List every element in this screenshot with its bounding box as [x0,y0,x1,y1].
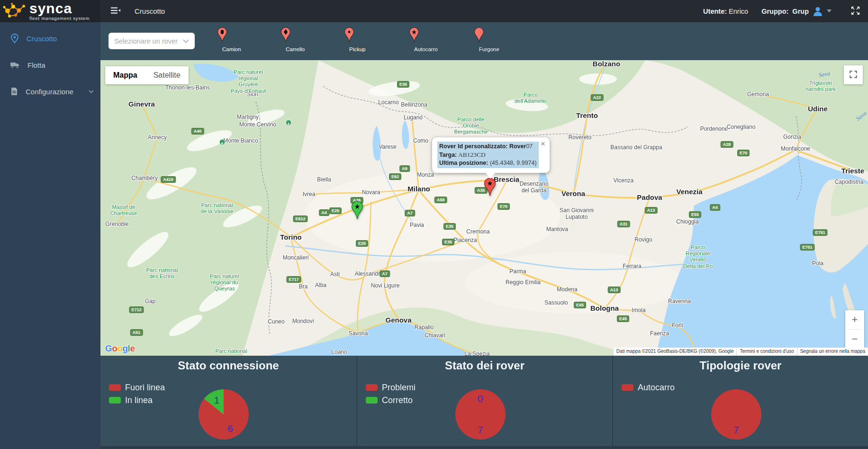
map-water-label: Sava [855,110,868,122]
chart-title: Stato connessione [100,359,356,372]
map-city-label: Sion [247,91,258,98]
road-badge: E35 [442,239,454,245]
chart-legend: Autocarro [622,382,675,395]
google-logo-letter: o [112,343,117,353]
legend-swatch [622,384,633,391]
legend-label: In linea [125,395,153,405]
marker-pin-icon [484,178,496,197]
map-city-label: Piacenza [453,237,477,244]
rover-select-placeholder: Selezionare un rover [114,37,183,45]
map-city-label: Venezia [676,188,702,196]
fullscreen-button[interactable] [850,5,861,18]
group-menu[interactable]: Gruppo: Grup [761,6,832,17]
map-city-label: Chioggia [676,219,698,225]
map-city-label: Trento [576,111,598,119]
map-city-label: Alba [315,282,326,289]
sidebar-item-flotta[interactable]: Flotta [0,54,100,76]
legend-swatch [366,397,378,404]
chevron-down-icon [183,39,189,43]
map-city-label: Como [413,138,428,144]
map-city-label: Loano [331,349,347,356]
map-city-label: Alessandria [355,271,385,278]
charts-row: Stato connessioneFuori lineaIn linea61St… [100,356,868,449]
road-badge: A7 [405,210,415,216]
rover-select[interactable]: Selezionare un rover [108,33,195,49]
rover-toolbar: Selezionare un rover CamionCarrelloPicku… [100,22,868,60]
zoom-out-button[interactable]: − [845,330,864,349]
terms-link[interactable]: Termini e condizioni d'uso [736,348,796,356]
map-city-label: Conegliano [727,124,756,131]
file-icon [10,87,18,96]
map-pin-none-icon [473,27,485,43]
map-city-label: Rovigo [634,237,652,243]
road-badge: E62 [389,173,401,180]
road-badge: A13 [645,207,658,214]
chart-panel-3: Tipologie roverAutocarro7 [612,356,868,449]
map-city-label: Brescia [494,175,519,183]
map-city-label: Forlì [672,323,683,329]
road-badge: E25 [356,240,368,247]
map-park-label: Parc naturel régional du Queyras [210,273,239,292]
map-city-label: Varese [379,144,396,151]
map-city-label: Parma [509,269,526,275]
map-city-label: Monte Bianco [223,138,258,144]
group-label: Gruppo: [761,8,788,15]
sidebar-item-label: Configurazione [26,88,73,96]
close-icon[interactable]: × [540,139,546,149]
hamburger-icon [111,7,120,14]
road-badge: E35 [397,81,409,88]
road-badge: A31 [617,221,630,227]
map-city-label: Gap [145,298,156,305]
sidebar-item-configurazione[interactable]: Configurazione [0,80,100,103]
map-park-label: Massif de Chartreuse [110,204,137,216]
app-logo[interactable]: synca fleet management system [0,0,100,22]
google-logo[interactable]: Google [105,343,135,354]
map-attribution-data: Dati mappa ©2021 GeoBasis-DE/BKG (©2009)… [614,348,737,356]
map-canvas[interactable]: TorinoMilanoGenovaVeneziaBolognaGinevraB… [100,60,868,356]
road-badge: E35 [443,223,456,230]
map-city-label: Savona [349,331,368,337]
map-park-label: Parc naturel régional Gruyère Pays-d'Enh… [231,69,266,94]
map-city-label: Novara [362,189,380,196]
map-city-label: Mantova [546,226,568,233]
chevron-down-icon [89,90,94,93]
report-error-link[interactable]: Segnala un errore nella mappa [797,348,868,356]
map-fullscreen-button[interactable] [844,65,863,84]
map-type-satellite-button[interactable]: Satellite [145,66,189,84]
chart-legend: ProblemiCorretto [366,382,416,408]
map-city-label: Bra [299,284,308,290]
sidebar-item-cruscotto[interactable]: Cruscotto [0,27,100,50]
map-zoom-control: + − [845,310,864,349]
info-line-rover-id: Rover Id personalizzato: Rover07 [439,143,537,151]
map-city-label: Biella [317,177,331,183]
marker-pin-icon [351,201,363,220]
chart-legend: Fuori lineaIn linea [109,382,165,408]
pie-value-label: 6 [227,423,233,434]
info-window-tail [485,172,496,179]
sidebar-item-label: Cruscotto [27,35,57,43]
road-badge: A4 [710,204,720,211]
road-badge: E25 [329,207,342,214]
map-city-label: Desenzano del Garda [520,181,549,194]
sidebar: Cruscotto Flotta Configurazione [0,22,100,449]
legend-label: Fuori linea [125,383,165,393]
map-city-label: Ivrea [303,191,316,198]
map-city-label: Moncalieri [283,255,309,261]
zoom-in-button[interactable]: + [845,310,864,329]
map-city-label: Mondovì [292,318,314,325]
map-city-label: Monfalcone [781,146,810,153]
legend-item: Corretto [366,395,416,405]
sidebar-toggle-button[interactable] [109,5,122,18]
map-park-label: Parco Regionale Veneto Delta del Po [683,244,713,269]
road-badge: E717 [286,276,301,283]
legend-swatch [366,384,378,391]
rover-marker-red[interactable] [484,178,496,198]
map-city-label: Capodistria [835,179,864,186]
map-park-label: Parco dell'Adamello [515,92,547,104]
map-water-label: Sava [818,70,831,79]
pie-value-label: 1 [214,395,220,406]
map-type-mappa-button[interactable]: Mappa [105,66,145,84]
map-city-label: Thonon-les-Bains [165,85,210,91]
road-badge: A28 [721,141,733,148]
rover-marker-green[interactable] [351,201,363,222]
